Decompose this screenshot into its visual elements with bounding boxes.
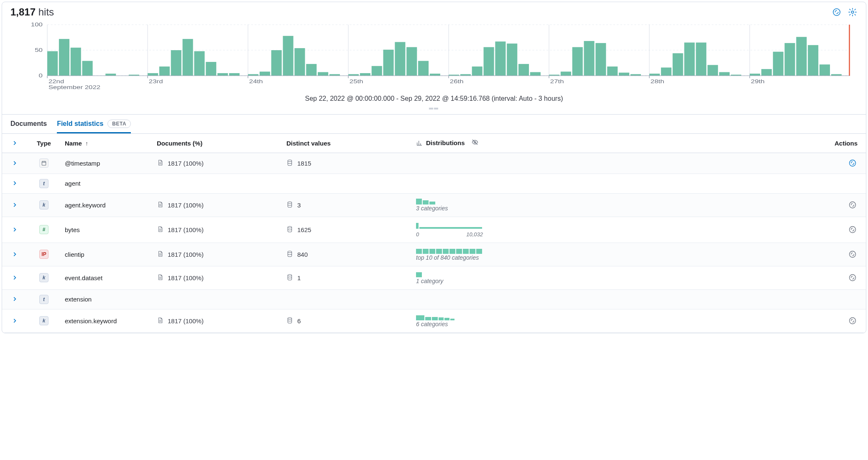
svg-rect-47 — [406, 47, 417, 76]
svg-rect-68 — [595, 43, 606, 76]
field-distribution: 6 categories — [412, 309, 828, 332]
tab-field-statistics-label: Field statistics — [57, 120, 103, 128]
svg-rect-58 — [507, 43, 517, 76]
svg-rect-89 — [784, 43, 795, 76]
field-name[interactable]: clientip — [61, 243, 153, 266]
svg-rect-49 — [430, 74, 440, 76]
table-row: tagent — [2, 174, 866, 193]
svg-rect-36 — [306, 64, 317, 76]
svg-rect-11 — [47, 51, 58, 76]
header-name[interactable]: Name ↑ — [61, 134, 153, 153]
field-name[interactable]: extension.keyword — [61, 309, 153, 332]
svg-rect-70 — [619, 73, 629, 76]
table-row: textension — [2, 289, 866, 309]
header-docs[interactable]: Documents (%) — [153, 134, 282, 153]
field-name[interactable]: bytes — [61, 217, 153, 243]
explore-in-lens-icon[interactable] — [848, 249, 858, 259]
document-icon — [157, 226, 163, 234]
header-expand[interactable] — [2, 134, 27, 153]
svg-point-1 — [851, 11, 854, 13]
svg-rect-104 — [416, 223, 419, 229]
chevron-right-icon[interactable] — [11, 274, 18, 281]
chevron-right-icon[interactable] — [11, 250, 18, 258]
header-name-label: Name — [65, 140, 82, 147]
svg-text:27th: 27th — [550, 79, 564, 84]
svg-rect-42 — [348, 74, 359, 76]
database-icon — [286, 250, 293, 258]
field-type-token: k — [39, 273, 49, 282]
chevron-right-icon[interactable] — [11, 139, 18, 147]
svg-rect-43 — [360, 73, 370, 76]
gear-icon[interactable] — [848, 7, 858, 17]
resize-handle-icon[interactable]: ══ — [2, 105, 866, 114]
database-icon — [286, 226, 293, 234]
field-docs: 1817 (100%) — [153, 243, 282, 266]
svg-rect-15 — [105, 74, 116, 76]
svg-rect-38 — [329, 74, 340, 76]
field-distribution — [412, 153, 828, 174]
field-actions — [828, 266, 866, 289]
field-distinct: 3 — [282, 193, 412, 217]
explore-in-lens-icon[interactable] — [848, 273, 858, 283]
svg-rect-77 — [673, 53, 683, 76]
field-name[interactable]: extension — [61, 289, 153, 309]
svg-rect-23 — [183, 39, 193, 76]
chevron-right-icon[interactable] — [11, 201, 18, 209]
field-type-token — [39, 158, 49, 168]
histogram-chart[interactable]: 05010022nd23rd24th25th26th27th28th29thSe… — [2, 18, 866, 105]
header-type[interactable]: Type — [27, 134, 61, 153]
svg-rect-22 — [171, 50, 181, 76]
document-icon — [157, 317, 163, 325]
field-actions — [828, 217, 866, 243]
chevron-right-icon[interactable] — [11, 295, 18, 303]
field-name[interactable]: agent.keyword — [61, 193, 153, 217]
field-name[interactable]: agent — [61, 174, 153, 193]
svg-rect-79 — [696, 43, 706, 76]
lens-icon[interactable] — [832, 7, 842, 17]
field-docs: 1817 (100%) — [153, 217, 282, 243]
svg-rect-87 — [761, 69, 772, 76]
svg-rect-80 — [707, 65, 718, 76]
hits-actions — [832, 7, 858, 17]
field-distribution — [412, 174, 828, 193]
field-docs — [153, 289, 282, 309]
svg-rect-76 — [661, 67, 671, 76]
header-distributions[interactable]: Distributions — [412, 134, 828, 153]
field-stats-table: Type Name ↑ Documents (%) Distinct value… — [2, 134, 866, 333]
svg-point-110 — [850, 274, 856, 281]
chevron-right-icon[interactable] — [11, 226, 18, 233]
svg-rect-60 — [530, 72, 541, 76]
svg-rect-86 — [750, 74, 760, 76]
svg-point-106 — [850, 226, 856, 233]
eye-off-icon[interactable] — [472, 139, 478, 147]
field-name[interactable]: event.dataset — [61, 266, 153, 289]
tab-documents[interactable]: Documents — [10, 115, 47, 133]
table-header-row: Type Name ↑ Documents (%) Distinct value… — [2, 134, 866, 153]
bar-chart-icon — [416, 140, 423, 146]
table-row: @timestamp1817 (100%)1815 — [2, 153, 866, 174]
tab-field-statistics[interactable]: Field statistics BETA — [57, 115, 131, 133]
chevron-right-icon[interactable] — [11, 179, 18, 187]
field-docs: 1817 (100%) — [153, 266, 282, 289]
field-distribution: 010,032 — [412, 217, 828, 243]
svg-rect-48 — [418, 61, 429, 76]
explore-in-lens-icon[interactable] — [848, 158, 858, 168]
svg-rect-59 — [518, 64, 529, 76]
explore-in-lens-icon[interactable] — [848, 225, 858, 235]
field-type-token: k — [39, 200, 49, 210]
field-actions — [828, 243, 866, 266]
svg-rect-56 — [484, 47, 494, 76]
field-distinct — [282, 174, 412, 193]
field-name[interactable]: @timestamp — [61, 153, 153, 174]
chevron-right-icon[interactable] — [11, 317, 18, 325]
field-type-token: IP — [39, 250, 49, 259]
svg-rect-21 — [159, 66, 170, 76]
header-distinct[interactable]: Distinct values — [282, 134, 412, 153]
explore-in-lens-icon[interactable] — [848, 316, 858, 326]
svg-text:25th: 25th — [350, 79, 363, 84]
svg-rect-81 — [719, 72, 730, 76]
explore-in-lens-icon[interactable] — [848, 200, 858, 210]
chevron-right-icon[interactable] — [11, 159, 18, 167]
svg-point-0 — [833, 9, 840, 16]
svg-text:50: 50 — [35, 47, 43, 53]
